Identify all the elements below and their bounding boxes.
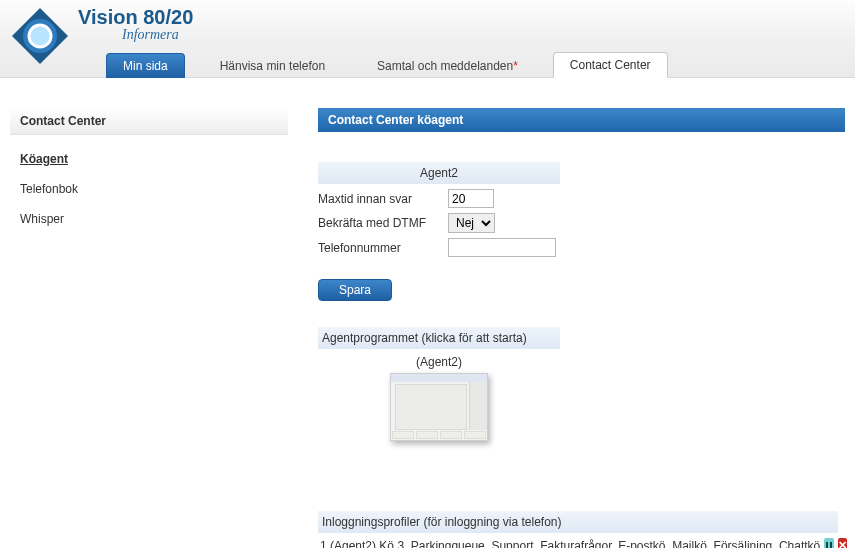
required-asterisk-icon: * (513, 59, 518, 73)
brand-title: Vision 80/20 (78, 6, 849, 29)
phone-input[interactable] (448, 238, 556, 257)
sidebar-header: Contact Center (10, 108, 288, 135)
tab-forward-phone[interactable]: Hänvisa min telefon (203, 53, 342, 78)
login-profiles-section: Inloggningsprofiler (för inloggning via … (318, 511, 838, 548)
panel-title: Contact Center köagent (318, 108, 845, 132)
tab-calls-label: Samtal och meddelanden (377, 59, 513, 73)
sidebar-item-whisper[interactable]: Whisper (20, 211, 64, 227)
sidebar: Contact Center Köagent Telefonbok Whispe… (10, 108, 288, 243)
dtmf-label: Bekräfta med DTMF (318, 216, 442, 230)
agent-form: Agent2 Maxtid innan svar Bekräfta med DT… (318, 162, 560, 301)
dtmf-select[interactable]: Nej (448, 213, 495, 233)
save-button[interactable]: Spara (318, 279, 392, 301)
svg-rect-4 (826, 542, 828, 549)
login-profiles-header: Inloggningsprofiler (för inloggning via … (318, 511, 838, 533)
main-tabs: Min sida Hänvisa min telefon Samtal och … (106, 51, 849, 77)
edit-icon[interactable] (824, 538, 834, 548)
maxtime-input[interactable] (448, 189, 494, 208)
tab-calls-messages[interactable]: Samtal och meddelanden* (360, 53, 535, 78)
svg-rect-5 (830, 542, 832, 549)
sidebar-item-agent[interactable]: Köagent (20, 151, 68, 167)
agent-launch-header: Agentprogrammet (klicka för att starta) (318, 327, 560, 349)
agent-launch-link[interactable]: (Agent2) (318, 355, 560, 369)
agent-form-header: Agent2 (318, 162, 560, 184)
login-profile-row: 1 (Agent2) Kö 3, Parkingqueue, Support, … (318, 533, 838, 548)
tab-contact-center[interactable]: Contact Center (553, 52, 668, 78)
agent-program-thumbnail-icon[interactable] (390, 373, 488, 441)
brand-subtitle: Informera (122, 27, 849, 43)
logo-icon (10, 6, 70, 66)
delete-icon[interactable]: ✕ (838, 538, 847, 548)
login-profile-text: 1 (Agent2) Kö 3, Parkingqueue, Support, … (320, 539, 820, 549)
app-header: Vision 80/20 Informera Min sida Hänvisa … (0, 0, 855, 78)
sidebar-item-phonebook[interactable]: Telefonbok (20, 181, 78, 197)
main-content: Contact Center köagent Agent2 Maxtid inn… (318, 108, 845, 548)
agent-launch-section: Agentprogrammet (klicka för att starta) … (318, 327, 560, 441)
tab-my-page[interactable]: Min sida (106, 53, 185, 78)
maxtime-label: Maxtid innan svar (318, 192, 442, 206)
phone-label: Telefonnummer (318, 241, 442, 255)
